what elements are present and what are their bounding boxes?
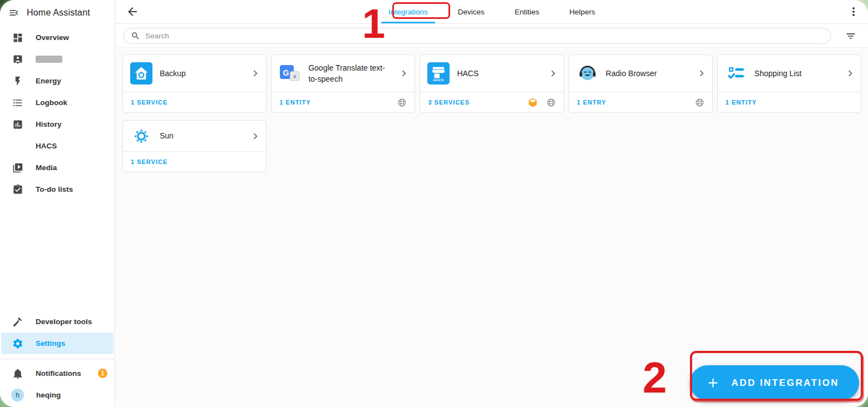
integration-card-sun[interactable]: Sun 1 SERVICE	[122, 120, 267, 172]
sidebar-item-media[interactable]: Media	[0, 157, 115, 178]
app-title: Home Assistant	[27, 8, 90, 18]
sidebar-item-developer-tools[interactable]: Developer tools	[0, 311, 115, 332]
menu-open-icon[interactable]	[8, 7, 19, 18]
sidebar-item-energy[interactable]: Energy	[0, 70, 115, 92]
sidebar-item-label: Logbook	[36, 98, 67, 107]
search-input[interactable]	[145, 32, 824, 40]
integration-name: Google Translate text-to-speech	[308, 62, 391, 85]
sidebar-item-hacs[interactable]: HACS	[0, 135, 115, 157]
add-integration-button[interactable]: ADD INTEGRATION	[690, 365, 859, 400]
back-arrow-icon[interactable]	[126, 5, 139, 18]
integration-grid-row-1: Backup 1 SERVICE Gx Goo	[122, 54, 861, 113]
sidebar-bottom: Developer tools Settings Notifications 1…	[0, 311, 115, 406]
integration-stat[interactable]: 3 SERVICES	[428, 99, 470, 106]
chevron-right-icon	[844, 67, 856, 80]
tab-integrations[interactable]: Integrations	[373, 0, 443, 23]
integration-name: Shopping List	[754, 68, 837, 79]
sun-icon	[130, 125, 152, 147]
sidebar-item-notifications[interactable]: Notifications 1	[0, 363, 115, 384]
svg-text:G: G	[283, 68, 289, 77]
google-translate-icon: Gx	[279, 62, 301, 85]
package-icon[interactable]	[527, 97, 538, 108]
filter-icon[interactable]	[845, 31, 856, 42]
globe-icon[interactable]	[695, 98, 704, 107]
bulleted-list-icon	[12, 97, 23, 108]
sidebar-item-label: Energy	[36, 77, 61, 85]
chevron-right-icon	[696, 67, 708, 80]
integration-name: Backup	[160, 68, 242, 79]
sidebar-item-overview[interactable]: Overview	[0, 27, 115, 48]
search-box[interactable]	[124, 28, 831, 44]
sidebar-item-todo-lists[interactable]: To-do lists	[0, 178, 115, 200]
integration-card-backup[interactable]: Backup 1 SERVICE	[122, 54, 267, 113]
integration-stat[interactable]: 1 ENTRY	[577, 99, 606, 106]
overflow-menu-icon[interactable]	[847, 5, 860, 18]
chevron-right-icon	[547, 67, 559, 80]
sidebar-item-user-profile[interactable]: h heqing	[0, 384, 115, 406]
sidebar-header: Home Assistant	[0, 0, 115, 26]
hammer-icon	[12, 316, 23, 327]
redacted-label	[36, 56, 62, 63]
add-integration-label: ADD INTEGRATION	[732, 378, 839, 389]
sidebar-nav: Overview Energy Logbook	[0, 26, 115, 200]
lightning-icon	[12, 76, 23, 87]
person-badge-icon	[12, 54, 23, 65]
integration-card-shopping-list[interactable]: Shopping List 1 ENTITY	[717, 54, 861, 113]
plus-icon	[706, 375, 721, 390]
integration-stat[interactable]: 1 SERVICE	[131, 158, 167, 165]
tab-bar: Integrations Devices Entities Helpers	[373, 0, 610, 23]
sidebar-item-label: History	[36, 120, 62, 128]
integration-stat[interactable]: 1 ENTITY	[726, 99, 757, 106]
sidebar: Home Assistant Overview Energy	[0, 0, 115, 407]
hacs-icon: HACS	[427, 62, 450, 85]
chevron-right-icon	[398, 67, 410, 80]
integration-stat[interactable]: 1 ENTITY	[279, 99, 310, 106]
globe-icon[interactable]	[397, 98, 407, 107]
sidebar-item-label: HACS	[36, 142, 57, 150]
radio-browser-icon	[576, 62, 599, 85]
user-name: heqing	[36, 391, 61, 399]
sidebar-item-label: To-do lists	[36, 185, 73, 193]
sidebar-item-history[interactable]: History	[0, 113, 115, 135]
hacs-blank-icon	[12, 141, 23, 152]
notification-badge: 1	[98, 369, 107, 378]
integration-card-google-translate[interactable]: Gx Google Translate text-to-speech 1 ENT…	[271, 54, 415, 113]
search-row	[116, 24, 868, 48]
sidebar-item-label: Notifications	[36, 369, 81, 378]
integration-card-hacs[interactable]: HACS HACS 3 SERVICES	[420, 54, 564, 113]
integration-name: HACS	[457, 68, 539, 79]
sidebar-item-label: Overview	[36, 33, 69, 42]
integrations-content: Backup 1 SERVICE Gx Goo	[116, 48, 868, 407]
home-assistant-window: Home Assistant Overview Energy	[0, 0, 868, 407]
chevron-right-icon	[249, 67, 262, 80]
svg-text:HACS: HACS	[433, 78, 444, 82]
integration-name: Sun	[160, 130, 242, 141]
sidebar-item-settings[interactable]: Settings	[1, 332, 114, 354]
gear-icon	[12, 338, 23, 349]
tab-helpers[interactable]: Helpers	[554, 0, 610, 23]
sidebar-item-label: Developer tools	[36, 317, 92, 326]
integration-name: Radio Browser	[606, 68, 688, 79]
tab-devices[interactable]: Devices	[443, 0, 500, 23]
shopping-list-icon	[725, 62, 747, 85]
sidebar-item-label: Media	[36, 163, 57, 172]
integration-stat[interactable]: 1 SERVICE	[131, 99, 167, 106]
svg-text:x: x	[293, 73, 297, 80]
tab-entities[interactable]: Entities	[500, 0, 554, 23]
media-play-icon	[12, 162, 23, 173]
integration-card-radio-browser[interactable]: Radio Browser 1 ENTRY	[569, 54, 713, 113]
sidebar-item-person[interactable]	[0, 48, 115, 70]
bell-icon	[12, 368, 23, 379]
sidebar-divider	[0, 359, 115, 359]
integration-grid-row-2: Sun 1 SERVICE	[122, 120, 861, 172]
backup-icon	[130, 62, 152, 85]
user-avatar: h	[11, 389, 24, 401]
clipboard-check-icon	[12, 184, 23, 195]
globe-icon[interactable]	[546, 98, 556, 107]
main-area: Integrations Devices Entities Helpers	[116, 0, 868, 407]
dashboard-icon	[12, 32, 23, 43]
search-icon	[131, 31, 140, 41]
sidebar-item-logbook[interactable]: Logbook	[0, 92, 115, 113]
chevron-right-icon	[249, 130, 262, 142]
top-toolbar: Integrations Devices Entities Helpers	[116, 0, 868, 24]
